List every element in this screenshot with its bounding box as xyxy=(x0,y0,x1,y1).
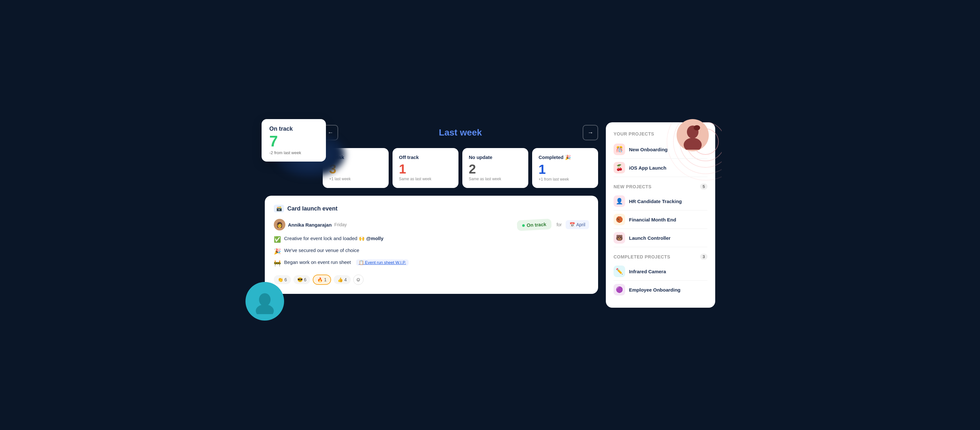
event-run-sheet-link[interactable]: 📋 Event run sheet W.I.P. xyxy=(356,260,409,266)
stat-card-no-update[interactable]: No update 2 Same as last week xyxy=(462,148,528,188)
stat-card-off-track[interactable]: Off track 1 Same as last week xyxy=(393,148,458,188)
project-name-new-onboarding: New Onboarding xyxy=(629,147,668,152)
check-icon-3: 🚧 xyxy=(274,260,281,267)
stat-sub-at-risk: +1 last week xyxy=(329,177,382,181)
project-employee-onboarding[interactable]: 🟣 Employee Onboarding xyxy=(614,281,708,299)
stat-number-off-track: 1 xyxy=(399,162,452,175)
project-icon-hr-candidate: 👤 xyxy=(614,195,625,207)
stat-sub-no-update: Same as last week xyxy=(469,177,522,181)
content-card-header: 🗃️ Card launch event xyxy=(274,205,589,212)
project-name-hr-candidate: HR Candidate Tracking xyxy=(629,199,682,204)
status-dot xyxy=(522,224,525,226)
check-icon-1: ✅ xyxy=(274,236,281,243)
stat-number-completed: 1 xyxy=(539,163,592,176)
user-row: 👩 Annika Rangarajan Friday On track for … xyxy=(274,219,589,231)
project-icon-employee-onboarding: 🟣 xyxy=(614,284,625,295)
floating-card-number: 7 xyxy=(269,134,318,149)
project-icon-financial: 🏀 xyxy=(614,214,625,225)
user-day: Friday xyxy=(334,222,347,227)
stat-title-off-track: Off track xyxy=(399,154,452,160)
right-panel: Your projects 🎊 New Onboarding 🍒 iOS App… xyxy=(606,122,715,308)
stat-title-completed: Completed 🎉 xyxy=(539,154,592,160)
check-text-2: We've secured our venue of choice xyxy=(284,247,360,253)
project-hr-candidate[interactable]: 👤 HR Candidate Tracking xyxy=(614,192,708,210)
nav-title: Last week xyxy=(439,127,482,138)
svg-point-10 xyxy=(694,125,700,131)
reactions-row: 👏 6 😎 6 🔥 1 👍 4 ☺ xyxy=(274,274,589,285)
check-icon-2: 🎉 xyxy=(274,248,281,255)
on-track-badge: On track xyxy=(517,218,552,231)
card-title: Card launch event xyxy=(287,205,337,212)
user-avatar: 👩 xyxy=(274,219,285,231)
left-panel: On track 7 -2 from last week ← Last week… xyxy=(265,122,598,308)
completed-projects-count: 3 xyxy=(700,253,708,260)
floating-card-status: On track xyxy=(269,126,318,132)
stat-number-no-update: 2 xyxy=(469,162,522,175)
content-card: 🗃️ Card launch event 👩 Annika Rangarajan… xyxy=(265,196,598,294)
project-name-infrared: Infrared Camera xyxy=(629,269,666,274)
add-reaction-button[interactable]: ☺ xyxy=(353,274,364,285)
project-icon-new-onboarding: 🎊 xyxy=(614,143,625,155)
stat-card-completed[interactable]: Completed 🎉 1 +1 from last week xyxy=(532,148,598,188)
project-icon-launch-controller: 🐻 xyxy=(614,232,625,244)
check-item-2: 🎉 We've secured our venue of choice xyxy=(274,247,589,255)
completed-projects-title: Completed projects xyxy=(614,254,670,260)
floating-card-change: -2 from last week xyxy=(269,150,318,155)
project-name-financial: Financial Month End xyxy=(629,217,676,222)
stat-title-no-update: No update xyxy=(469,154,522,160)
project-icon-infrared: ✏️ xyxy=(614,266,625,277)
user-name: Annika Rangarajan xyxy=(288,222,332,228)
project-name-launch-controller: Launch Controller xyxy=(629,235,670,241)
reaction-clap[interactable]: 👏 6 xyxy=(274,275,291,284)
completed-projects-header: Completed projects 3 xyxy=(614,253,708,260)
reaction-thumbsup[interactable]: 👍 4 xyxy=(334,275,351,284)
april-badge: 📅 April xyxy=(566,220,589,229)
project-name-ios-app-launch: iOS App Launch xyxy=(629,165,666,170)
card-icon: 🗃️ xyxy=(274,205,284,212)
project-infrared-camera[interactable]: ✏️ Infrared Camera xyxy=(614,262,708,281)
project-ios-app-launch[interactable]: 🍒 iOS App Launch xyxy=(614,159,708,177)
project-name-employee-onboarding: Employee Onboarding xyxy=(629,287,681,293)
bottom-avatar xyxy=(245,282,284,320)
stat-sub-completed: +1 from last week xyxy=(539,177,592,182)
main-container: On track 7 -2 from last week ← Last week… xyxy=(265,122,715,308)
check-item-1: ✅ Creative for event lock and loaded 🙌 @… xyxy=(274,236,589,243)
new-projects-count: 5 xyxy=(700,183,708,190)
reaction-cool[interactable]: 😎 6 xyxy=(293,275,310,284)
on-track-label: On track xyxy=(527,221,546,228)
check-item-3: 🚧 Began work on event run sheet 📋 Event … xyxy=(274,260,589,267)
project-icon-ios-app-launch: 🍒 xyxy=(614,162,625,174)
new-projects-header: New projects 5 xyxy=(614,183,708,190)
checklist: ✅ Creative for event lock and loaded 🙌 @… xyxy=(274,236,589,267)
reaction-fire[interactable]: 🔥 1 xyxy=(313,274,331,285)
for-label: for xyxy=(557,222,562,227)
next-button[interactable]: → xyxy=(583,125,598,140)
floating-on-track-card: On track 7 -2 from last week xyxy=(262,119,326,162)
project-launch-controller[interactable]: 🐻 Launch Controller xyxy=(614,229,708,247)
check-text-1: Creative for event lock and loaded 🙌 @mo… xyxy=(284,236,383,241)
top-right-avatar xyxy=(677,119,709,151)
new-projects-title: New projects xyxy=(614,184,652,189)
project-financial-month-end[interactable]: 🏀 Financial Month End xyxy=(614,210,708,229)
svg-point-0 xyxy=(259,293,270,306)
check-text-3: Began work on event run sheet xyxy=(284,260,351,265)
stat-sub-off-track: Same as last week xyxy=(399,177,452,181)
svg-point-1 xyxy=(256,304,274,314)
period-label: April xyxy=(576,222,585,227)
right-panel-content: Your projects 🎊 New Onboarding 🍒 iOS App… xyxy=(614,131,708,299)
